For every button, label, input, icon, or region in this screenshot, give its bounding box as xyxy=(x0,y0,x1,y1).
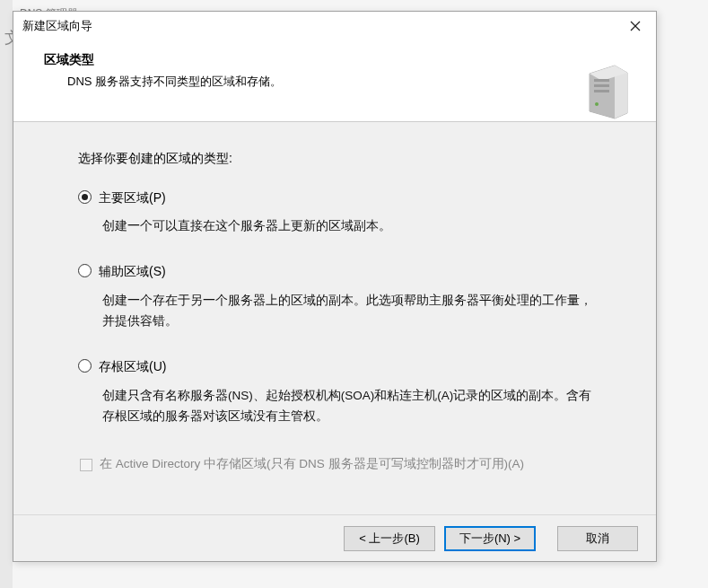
radio-stub-zone-desc: 创建只含有名称服务器(NS)、起始授权机构(SOA)和粘连主机(A)记录的区域的… xyxy=(102,386,604,427)
ad-store-checkbox xyxy=(80,459,92,471)
close-button[interactable] xyxy=(615,12,656,39)
option-stub-zone: 存根区域(U) 创建只含有名称服务器(NS)、起始授权机构(SOA)和粘连主机(… xyxy=(78,357,613,427)
ad-store-checkbox-row: 在 Active Directory 中存储区域(只有 DNS 服务器是可写域控… xyxy=(80,455,613,474)
radio-primary-zone-desc: 创建一个可以直接在这个服务器上更新的区域副本。 xyxy=(102,216,604,237)
back-button[interactable]: < 上一步(B) xyxy=(344,526,435,551)
radio-stub-zone-label[interactable]: 存根区域(U) xyxy=(99,357,613,377)
wizard-footer: < 上一步(B) 下一步(N) > 取消 xyxy=(13,514,656,561)
titlebar: 新建区域向导 xyxy=(13,12,656,39)
radio-secondary-zone-desc: 创建一个存在于另一个服务器上的区域的副本。此选项帮助主服务器平衡处理的工作量，并… xyxy=(102,291,604,332)
zone-type-prompt: 选择你要创建的区域的类型: xyxy=(78,149,613,169)
svg-rect-7 xyxy=(594,84,609,87)
new-zone-wizard-dialog: 新建区域向导 区域类型 DNS 服务器支持不同类型的区域和存储。 选择你 xyxy=(13,11,657,562)
ad-store-checkbox-label: 在 Active Directory 中存储区域(只有 DNS 服务器是可写域控… xyxy=(100,455,524,474)
svg-rect-8 xyxy=(594,90,609,92)
next-button[interactable]: 下一步(N) > xyxy=(444,526,536,551)
server-icon xyxy=(584,63,631,123)
radio-secondary-zone[interactable] xyxy=(78,264,92,277)
radio-stub-zone[interactable] xyxy=(78,359,92,373)
radio-secondary-zone-label[interactable]: 辅助区域(S) xyxy=(99,262,613,282)
svg-rect-6 xyxy=(594,79,609,82)
parent-window-strip xyxy=(0,0,13,588)
dialog-title: 新建区域向导 xyxy=(22,18,92,34)
option-secondary-zone: 辅助区域(S) 创建一个存在于另一个服务器上的区域的副本。此选项帮助主服务器平衡… xyxy=(78,262,613,332)
radio-primary-zone-label[interactable]: 主要区域(P) xyxy=(99,189,613,208)
header-title: 区域类型 xyxy=(44,52,636,68)
cancel-button[interactable]: 取消 xyxy=(557,526,638,551)
radio-primary-zone[interactable] xyxy=(78,190,92,204)
wizard-header: 区域类型 DNS 服务器支持不同类型的区域和存储。 xyxy=(13,39,656,122)
header-subtitle: DNS 服务器支持不同类型的区域和存储。 xyxy=(67,74,636,90)
svg-point-9 xyxy=(595,102,599,106)
close-icon xyxy=(630,21,641,31)
option-primary-zone: 主要区域(P) 创建一个可以直接在这个服务器上更新的区域副本。 xyxy=(78,189,613,238)
wizard-content: 选择你要创建的区域的类型: 主要区域(P) 创建一个可以直接在这个服务器上更新的… xyxy=(13,122,656,514)
